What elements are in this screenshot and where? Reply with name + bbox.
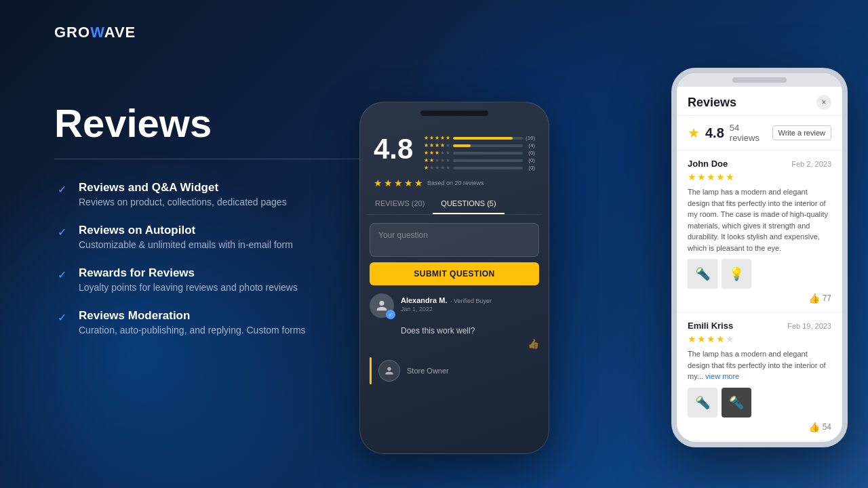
review-image-1: 🔦 [688, 259, 717, 289]
star-count-4: (4) [526, 142, 535, 148]
light-reviews-count: 54 reviews [730, 123, 767, 143]
logo-before: GRO [54, 24, 90, 41]
star-count-2: (0) [526, 157, 535, 163]
light-star-big: ★ [688, 125, 700, 141]
like-row-emili: 👍 54 [688, 422, 831, 432]
feature-desc-moderation: Curation, auto-publishing, and replying.… [79, 325, 306, 336]
like-row-john: 👍 77 [688, 293, 831, 304]
write-review-button[interactable]: Write a review [772, 125, 831, 140]
reviewer-avatar: ✓ [370, 293, 394, 318]
question-placeholder: Your question [378, 230, 530, 240]
reviewer-badge: · Verified Buyer [450, 298, 492, 304]
stars-breakdown: ★★★★★ (16) ★★★★★ (4) ★★★★★ [424, 135, 535, 172]
light-rating-num: 4.8 [705, 125, 724, 141]
feature-text-autopilot: Reviews on Autopilot Customizable & unli… [79, 224, 293, 250]
tab-questions[interactable]: QUESTIONS (5) [433, 194, 504, 214]
phone-light: Reviews × ★ 4.8 54 reviews Write a revie… [671, 68, 848, 447]
close-button[interactable]: × [816, 95, 831, 110]
based-on-text: Based on 20 reviews [427, 180, 484, 186]
reviewer-name: Alexandra M. [401, 296, 447, 304]
star-icons-5: ★★★★★ [424, 135, 450, 141]
review-date-john: Feb 2, 2023 [791, 160, 831, 168]
phone-notch-pill [732, 77, 787, 83]
feature-text-moderation: Reviews Moderation Curation, auto-publis… [79, 309, 306, 336]
light-title: Reviews [688, 96, 736, 110]
divider [54, 159, 366, 159]
review-date: Jan 1, 2022 [401, 306, 492, 312]
star-row-4: ★★★★★ (4) [424, 142, 535, 148]
logo-after: AVE [104, 24, 136, 41]
review-item-dark: ✓ Alexandra M. · Verified Buyer Jan 1, 2… [370, 293, 539, 318]
review-image-2: 💡 [722, 259, 751, 289]
light-stars-emili: ★ ★ ★ ★ ★ [688, 333, 831, 344]
review-image-4: 🔦 [722, 388, 751, 418]
feature-title-moderation: Reviews Moderation [79, 309, 306, 323]
review-text-john: The lamp has a modern and elegant design… [688, 186, 831, 253]
review-date-emili: Feb 19, 2023 [787, 322, 831, 330]
phones-container: 4.8 ★★★★★ (16) ★★★★★ (4) [339, 34, 868, 481]
review-image-3: 🔦 [688, 388, 717, 418]
feature-title-rewards: Rewards for Reviews [79, 266, 298, 280]
reviewer-name-john: John Doe [688, 159, 728, 169]
phone-dark-notch [420, 110, 488, 116]
star-count-3: (0) [526, 150, 535, 156]
review-card-emili: Emili Kriss Feb 19, 2023 ★ ★ ★ ★ ★ The l… [677, 312, 842, 441]
star-bar-3 [453, 152, 523, 155]
big-rating: 4.8 [374, 135, 413, 163]
phone-notch-bar [677, 73, 842, 87]
tab-reviews[interactable]: REVIEWS (20) [367, 194, 433, 214]
feature-title-qa: Reviews and Q&A Widget [79, 181, 287, 195]
star-bar-5 [453, 137, 523, 140]
like-button[interactable]: 👍 [528, 338, 539, 349]
check-icon-qa: ✓ [54, 182, 69, 197]
store-owner-label: Store Owner [407, 367, 449, 375]
check-icon-moderation: ✓ [54, 310, 69, 325]
rating-section: 4.8 ★★★★★ (16) ★★★★★ (4) [360, 124, 549, 178]
submit-question-button[interactable]: SUBMIT QUESTION [370, 262, 539, 285]
star-row-2: ★★★★★ (0) [424, 157, 535, 163]
star-count-5: (16) [526, 135, 535, 141]
review-header-john: John Doe Feb 2, 2023 [688, 159, 831, 169]
star-row-1: ★★★★★ (0) [424, 165, 535, 171]
review-header-emili: Emili Kriss Feb 19, 2023 [688, 321, 831, 331]
feature-text-rewards: Rewards for Reviews Loyalty points for l… [79, 266, 298, 293]
view-more-link[interactable]: view more [705, 372, 739, 380]
review-images-john: 🔦 💡 [688, 259, 831, 289]
star-row-5: ★★★★★ (16) [424, 135, 535, 141]
star-icons-2: ★★★★★ [424, 157, 450, 163]
star-icons-3: ★★★★★ [424, 150, 450, 156]
check-icon-autopilot: ✓ [54, 225, 69, 240]
star-icons-1: ★★★★★ [424, 165, 450, 171]
star-icons-4: ★★★★★ [424, 142, 450, 148]
light-stars-john: ★ ★ ★ ★ ★ [688, 171, 831, 182]
store-owner-row: Store Owner [370, 357, 539, 384]
review-question-text: Does this work well? [401, 326, 539, 336]
like-icon-john[interactable]: 👍 [808, 293, 820, 304]
feature-text-qa: Reviews and Q&A Widget Reviews on produc… [79, 181, 287, 207]
logo: GROWAVE [54, 24, 136, 41]
like-row: 👍 [360, 336, 549, 352]
verified-badge: ✓ [386, 310, 395, 319]
star-bar-1 [453, 167, 523, 169]
light-rating-row: ★ 4.8 54 reviews Write a review [677, 116, 842, 150]
feature-desc-qa: Reviews on product, collections, dedicat… [79, 197, 287, 207]
like-icon-emili[interactable]: 👍 [808, 422, 820, 432]
star-bar-2 [453, 159, 523, 162]
big-stars: ★★★★★ [374, 178, 423, 188]
feature-desc-autopilot: Customizable & unlimited emails with in-… [79, 239, 293, 250]
review-card-john: John Doe Feb 2, 2023 ★ ★ ★ ★ ★ The lamp … [677, 150, 842, 312]
star-count-1: (0) [526, 165, 535, 171]
feature-title-autopilot: Reviews on Autopilot [79, 224, 293, 237]
star-row-3: ★★★★★ (0) [424, 150, 535, 156]
logo-wave: W [90, 24, 104, 41]
star-bar-4 [453, 144, 523, 147]
phone-light-inner: Reviews × ★ 4.8 54 reviews Write a revie… [677, 73, 842, 442]
review-images-emili: 🔦 🔦 [688, 388, 831, 418]
phone-tabs: REVIEWS (20) QUESTIONS (5) [367, 194, 542, 215]
reviewer-name-emili: Emili Kriss [688, 321, 733, 331]
check-icon-rewards: ✓ [54, 268, 69, 283]
light-header: Reviews × [677, 87, 842, 116]
question-area[interactable]: Your question [370, 223, 539, 257]
review-text-emili: The lamp has a modern and elegant design… [688, 348, 831, 382]
like-count-emili: 54 [823, 422, 831, 432]
